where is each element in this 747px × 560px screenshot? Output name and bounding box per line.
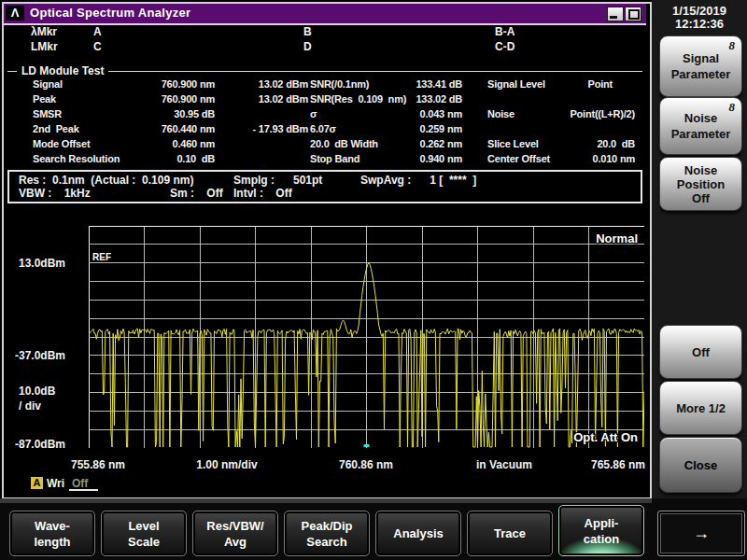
analysis-value: Point((L+R)/2) [523, 108, 635, 119]
tab-label: Scale [128, 534, 160, 550]
tab-label: Analysis [393, 525, 443, 541]
y-label-ref: 13.0dBm [19, 257, 65, 270]
softkey-close[interactable]: Close [659, 437, 742, 493]
analysis-row: NoisePoint((L+R)/2) [0, 108, 652, 121]
tab-label: Appli- [585, 515, 619, 531]
more-tabs-arrow-button[interactable]: → [657, 511, 745, 556]
x-label-per-div: 1.00 nm/div [180, 458, 274, 471]
softkey-label: Off [692, 344, 710, 360]
sampling-setting: Smplg : 501pt [233, 174, 322, 187]
analysis-section-title: LD Module Test [17, 64, 108, 77]
y-label-bottom: -87.0dBm [15, 438, 65, 451]
system-date: 1/15/2019 [652, 4, 747, 18]
y-label-mid: -37.0dBm [15, 349, 65, 362]
tab-level-scale[interactable]: LevelScale [101, 511, 187, 556]
softkey-label: Noise [684, 110, 717, 126]
restore-icon [628, 9, 640, 20]
trace-mode-flag: Normal [596, 231, 638, 245]
softkey-label: Signal [683, 50, 719, 66]
softkey-more[interactable]: More 1/2 [659, 381, 742, 435]
x-label-medium: in Vacuum [458, 458, 551, 471]
softkey-label: Position [677, 177, 725, 191]
sweep-position-marker [364, 444, 370, 447]
softkey-noise-parameter[interactable]: 8 Noise Parameter [659, 97, 742, 155]
plot-grid-and-trace [89, 226, 644, 448]
analysis-row: Slice Level20.0 dB [0, 138, 652, 151]
tab-trace[interactable]: Trace [467, 511, 553, 556]
interval-setting: Intvl : Off [233, 187, 292, 200]
trace-display-state: Off [72, 477, 88, 490]
minimize-button[interactable] [607, 7, 624, 21]
tab-label: Level [128, 518, 159, 534]
sweep-settings-box: Res : 0.1nm (Actual : 0.109 nm) Smplg : … [7, 170, 642, 203]
marker-a: A [93, 25, 102, 38]
softkey-label: Parameter [671, 126, 731, 142]
marker-b-a: B-A [495, 25, 514, 38]
marker-d: D [303, 40, 312, 53]
spectrum-plot: REF Normal Opt. Att On [89, 226, 644, 448]
marker-row-wavelength: λMkr A B B-A [0, 25, 652, 38]
softkey-badge: 8 [729, 37, 736, 53]
marker-c-d: C-D [495, 40, 514, 53]
softkey-label: Parameter [671, 66, 731, 82]
analysis-value: Point [523, 78, 613, 90]
tab-label: Avg [224, 534, 247, 550]
analysis-value: 0.010 nm [523, 153, 635, 164]
x-label-center: 760.86 nm [319, 458, 413, 471]
analysis-label: Noise [487, 108, 514, 119]
tab-label: Wave- [35, 518, 70, 534]
right-arrow-icon: → [693, 524, 710, 543]
tab-label: Search [306, 534, 346, 550]
marker-row-level: LMkr C D C-D [0, 40, 652, 53]
analysis-value: 0.259 nm [353, 123, 462, 134]
app-logo-icon: Λ [6, 6, 24, 21]
softkey-noise-position[interactable]: Noise Position Off [659, 157, 742, 211]
analysis-label: 6.07σ [310, 123, 336, 134]
analysis-row: 6.07σ0.259 nm [0, 123, 652, 136]
tab-application[interactable]: Appli-cation [558, 505, 644, 556]
system-time: 12:12:36 [652, 17, 747, 31]
optical-attenuator-flag: Opt. Att On [573, 430, 638, 444]
smoothing-setting: Sm : Off [170, 187, 223, 200]
trace-a-badge[interactable]: A [31, 477, 43, 489]
tab-label: Peak/Dip [302, 518, 353, 534]
tab-peak-dip-search[interactable]: Peak/DipSearch [284, 511, 370, 556]
x-label-start: 755.86 nm [51, 458, 145, 471]
sweep-average-setting: SwpAvg : 1 [ **** ] [360, 174, 476, 187]
analysis-value: 133.02 dB [353, 93, 462, 105]
minimize-icon [610, 16, 617, 19]
window-title: Optical Spectrum Analyzer [30, 6, 190, 20]
window-bottom-edge [0, 498, 652, 503]
tab-analysis[interactable]: Analysis [375, 511, 461, 556]
y-label-per-div2: / div [19, 399, 41, 413]
tab-label: length [35, 534, 71, 550]
tab-wavelength[interactable]: Wave-length [9, 511, 95, 556]
tab-label: cation [584, 531, 619, 547]
titlebar: Λ Optical Spectrum Analyzer [4, 4, 646, 25]
tab-label: Trace [494, 525, 526, 541]
trace-state-underline [69, 489, 98, 491]
analysis-row: Signal LevelPoint [0, 78, 652, 91]
analysis-row: SNR(Res 0.109 nm)133.02 dB [0, 93, 652, 106]
ref-line-label: REF [92, 252, 111, 262]
softkey-off[interactable]: Off [659, 325, 742, 379]
softkey-badge: 8 [729, 99, 736, 115]
y-label-per-div: 10.0dB [19, 385, 55, 398]
tab-label: Res/VBW/ [206, 518, 263, 534]
softkey-label: Noise [684, 163, 717, 177]
analysis-row: Center Offset0.010 nm [0, 153, 652, 166]
trace-write-mode: Wri [47, 477, 64, 490]
analysis-value: 20.0 dB [523, 138, 635, 149]
marker-c: C [93, 40, 102, 53]
restore-button[interactable] [625, 7, 641, 21]
tab-res-vbw-avg[interactable]: Res/VBW/Avg [192, 511, 278, 556]
vbw-setting: VBW : 1kHz [19, 187, 91, 200]
softkey-signal-parameter[interactable]: 8 Signal Parameter [659, 35, 742, 97]
marker-row-label: λMkr [31, 25, 57, 38]
function-tab-bar: Wave-length LevelScale Res/VBW/Avg Peak/… [0, 498, 747, 560]
x-label-stop: 765.86 nm [571, 458, 665, 471]
marker-row-label: LMkr [31, 40, 58, 53]
softkey-label: Close [684, 457, 717, 473]
softkey-label: More 1/2 [676, 400, 726, 416]
marker-b: B [303, 25, 312, 38]
